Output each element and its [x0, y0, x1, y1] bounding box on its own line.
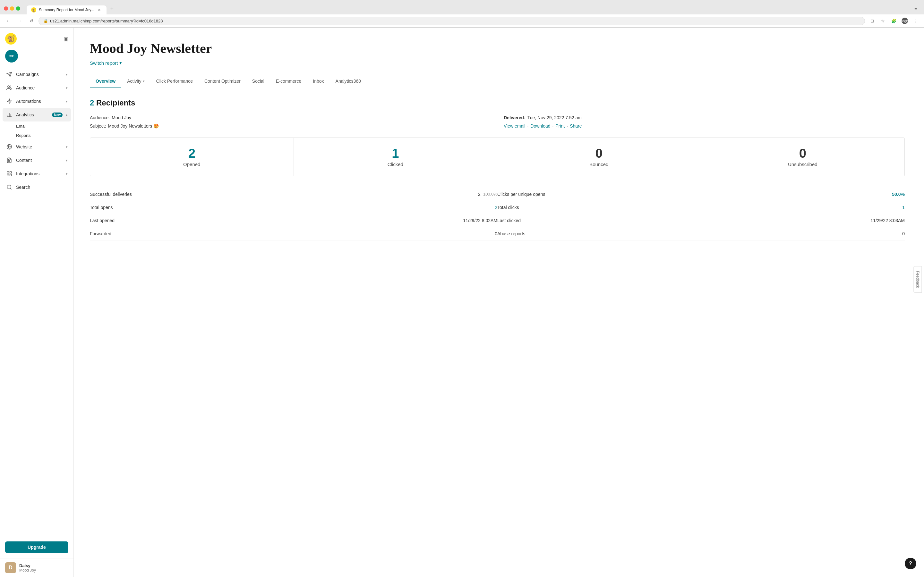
sidebar-item-label: Audience — [16, 85, 63, 90]
reload-button[interactable]: ↺ — [27, 16, 36, 25]
window-list-button[interactable]: ≡ — [911, 4, 920, 13]
sidebar-item-label: Analytics — [16, 112, 49, 117]
sidebar-item-integrations[interactable]: Integrations ▾ — [3, 167, 71, 181]
minimize-button[interactable] — [10, 6, 14, 11]
tab-inbox[interactable]: Inbox — [307, 75, 330, 88]
tab-overview[interactable]: Overview — [90, 75, 121, 88]
metric-value: 0 — [495, 231, 497, 236]
audience-value: Mood Joy — [111, 115, 131, 120]
meta-grid: Audience: Mood Joy Subject: Mood Joy New… — [90, 115, 905, 129]
svg-rect-13 — [7, 174, 9, 176]
switch-report-chevron-icon: ▾ — [120, 60, 122, 66]
cast-icon[interactable]: ⊡ — [867, 16, 877, 25]
sidebar-item-label: Automations — [16, 99, 63, 104]
analytics-sub-items: Email Reports — [3, 121, 71, 140]
sidebar-item-content[interactable]: Content ▾ — [3, 153, 71, 167]
chevron-down-icon: ▾ — [66, 172, 68, 176]
switch-report-button[interactable]: Switch report ▾ — [90, 60, 122, 66]
sidebar-collapse-button[interactable]: ▣ — [63, 36, 68, 42]
metric-name: Clicks per unique opens — [497, 192, 892, 197]
profile-avatar: Incognito — [901, 18, 908, 24]
user-info: Daisy Mood Joy — [19, 563, 36, 572]
share-link[interactable]: Share — [570, 123, 582, 129]
url-bar[interactable]: 🔒 us21.admin.mailchimp.com/reports/summa… — [39, 17, 865, 25]
profile-button[interactable]: Incognito — [900, 16, 909, 25]
metric-name: Total opens — [90, 205, 495, 210]
feedback-tab[interactable]: Feedback — [914, 266, 922, 293]
tab-close-icon[interactable]: ✕ — [97, 7, 102, 13]
sidebar-user[interactable]: D Daisy Mood Joy — [0, 558, 73, 577]
metric-value: 2 — [478, 192, 481, 197]
sidebar-sub-item-reports[interactable]: Reports — [13, 131, 71, 140]
sidebar-item-audience[interactable]: Audience ▾ — [3, 81, 71, 95]
app-layout: 🐒 ▣ ✏ Campaigns ▾ — [0, 28, 924, 577]
tab-e-commerce[interactable]: E-commerce — [270, 75, 307, 88]
search-icon — [6, 184, 13, 191]
sidebar-item-website[interactable]: Website ▾ — [3, 140, 71, 153]
sidebar-header: 🐒 ▣ — [0, 28, 73, 47]
download-link[interactable]: Download — [530, 123, 550, 129]
sidebar-item-search[interactable]: Search — [3, 181, 71, 194]
extensions-icon[interactable]: 🧩 — [889, 16, 898, 25]
tab-activity[interactable]: Activity ▾ — [121, 75, 150, 88]
bounced-number: 0 — [596, 147, 603, 160]
svg-rect-10 — [7, 171, 9, 173]
campaigns-icon — [6, 71, 13, 78]
avatar: D — [5, 562, 16, 573]
recipients-count: 2 — [90, 98, 94, 107]
metrics-grid: Successful deliveries 2 100.0% Total ope… — [90, 188, 905, 240]
subject-value: Mood Joy Newsletters 🤩 — [108, 123, 159, 129]
sidebar-create-area: ✏ — [5, 50, 68, 63]
browser-tab-active[interactable]: 🐒 Summary Report for Mood Joy... ✕ — [27, 5, 107, 15]
user-name: Daisy — [19, 563, 36, 568]
sidebar-item-label: Campaigns — [16, 72, 63, 77]
sub-item-label: Reports — [16, 133, 31, 138]
create-button[interactable]: ✏ — [5, 50, 18, 63]
tab-analytics360[interactable]: Analytics360 — [330, 75, 367, 88]
sidebar: 🐒 ▣ ✏ Campaigns ▾ — [0, 28, 74, 577]
svg-line-15 — [10, 188, 11, 189]
clicked-label: Clicked — [388, 161, 403, 167]
tab-content-optimizer[interactable]: Content Optimizer — [199, 75, 246, 88]
audience-row: Audience: Mood Joy — [90, 115, 491, 120]
activity-dropdown-icon: ▾ — [143, 79, 145, 83]
sidebar-sub-item-email[interactable]: Email — [13, 121, 71, 131]
metric-value: 1 — [902, 205, 905, 210]
svg-marker-1 — [7, 99, 11, 104]
analytics-new-badge: New — [52, 113, 63, 117]
metric-sub-value: 100.0% — [483, 192, 497, 197]
bounced-label: Bounced — [590, 161, 608, 167]
tab-social[interactable]: Social — [246, 75, 270, 88]
metrics-right-col: Clicks per unique opens 50.0% Total clic… — [497, 188, 905, 240]
bookmark-icon[interactable]: ☆ — [879, 16, 887, 25]
new-tab-button[interactable]: + — [108, 5, 116, 14]
print-link[interactable]: Print — [556, 123, 565, 129]
help-button[interactable]: ? — [905, 558, 916, 569]
metric-value: 2 — [495, 205, 497, 210]
browser-icons: ⊡ ☆ 🧩 Incognito ⋮ — [867, 16, 920, 25]
metric-name: Abuse reports — [497, 231, 902, 236]
sidebar-item-automations[interactable]: Automations ▾ — [3, 95, 71, 108]
chevron-down-icon: ▾ — [66, 86, 68, 90]
metric-name: Last opened — [90, 218, 463, 223]
sidebar-item-analytics[interactable]: Analytics New ▴ — [3, 108, 71, 121]
view-email-link[interactable]: View email — [504, 123, 525, 129]
mailchimp-logo[interactable]: 🐒 — [5, 33, 17, 45]
link-separator: · — [567, 123, 568, 129]
browser-chrome: 🐒 Summary Report for Mood Joy... ✕ + ≡ ←… — [0, 0, 924, 28]
tab-click-performance[interactable]: Click Performance — [150, 75, 199, 88]
tab-bar: 🐒 Summary Report for Mood Joy... ✕ + — [23, 5, 120, 15]
chevron-up-icon: ▴ — [66, 113, 68, 117]
maximize-button[interactable] — [16, 6, 20, 11]
svg-point-0 — [8, 85, 10, 87]
back-button[interactable]: ← — [4, 16, 13, 25]
metric-name: Successful deliveries — [90, 192, 478, 197]
chevron-down-icon: ▾ — [66, 99, 68, 103]
sidebar-item-campaigns[interactable]: Campaigns ▾ — [3, 68, 71, 81]
close-button[interactable] — [4, 6, 8, 11]
switch-report-label: Switch report — [90, 60, 118, 66]
menu-button[interactable]: ⋮ — [911, 16, 920, 25]
url-text: us21.admin.mailchimp.com/reports/summary… — [50, 19, 163, 23]
upgrade-button[interactable]: Upgrade — [5, 542, 68, 553]
forward-button[interactable]: → — [15, 16, 24, 25]
